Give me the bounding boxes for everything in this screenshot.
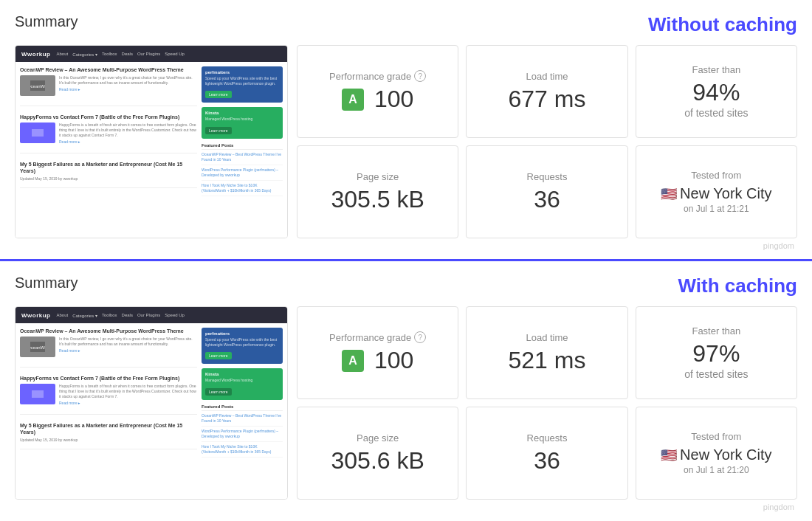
flag-top: 🇺🇸 — [661, 186, 677, 202]
without-caching-section: Summary Without caching Wworkup About Ca… — [0, 0, 812, 261]
mock-site-bottom: Wworkup About Categories ▾ Toolbox Deals… — [16, 307, 287, 499]
mock-nav-links-top: About Categories ▾ Toolbox Deals Our Plu… — [57, 52, 185, 57]
tested-from-date-bottom: on Jul 1 at 21:20 — [684, 465, 749, 475]
mock-nav-top: Wworkup About Categories ▾ Toolbox Deals… — [16, 46, 287, 62]
perf-value-top: 100 — [374, 86, 413, 112]
section-title-bottom: Summary — [15, 275, 78, 291]
mock-sidebar-bottom: perfmatters Speed up your WordPress site… — [202, 328, 283, 460]
section-label-bottom: With caching — [678, 275, 797, 297]
help-icon-perf-top[interactable]: ? — [414, 70, 426, 82]
metric-tested-from-bottom: Tested from 🇺🇸 New York City on Jul 1 at… — [636, 407, 797, 500]
faster-than-value-bottom: 97% — [692, 341, 740, 367]
help-icon-perf-bottom[interactable]: ? — [414, 331, 426, 343]
metrics-grid-top: Performance grade ? A 100 Load time 677 … — [297, 45, 797, 238]
metric-page-size-bottom: Page size 305.6 kB — [297, 407, 458, 500]
screenshot-top: Wworkup About Categories ▾ Toolbox Deals… — [15, 45, 288, 238]
section-header-bottom: Summary With caching — [15, 275, 797, 297]
svg-text:OceanWP.: OceanWP. — [30, 345, 45, 350]
mock-content-bottom: OceanWP Review – An Awesome Multi-Purpos… — [16, 323, 287, 464]
section-title-top: Summary — [15, 13, 78, 30]
content-row-top: Wworkup About Categories ▾ Toolbox Deals… — [15, 45, 797, 238]
metric-performance-grade-top: Performance grade ? A 100 — [297, 45, 458, 138]
mock-post-3-bottom: My 5 Biggest Failures as a Marketer and … — [20, 422, 197, 449]
svg-rect-3 — [32, 129, 44, 137]
perf-value-bottom: 100 — [374, 348, 413, 373]
pingdom-watermark-bottom: pingdom — [15, 500, 797, 513]
mock-sidebar-top: perfmatters Speed up your WordPress site… — [202, 66, 283, 199]
screenshot-bottom: Wworkup About Categories ▾ Toolbox Deals… — [15, 306, 288, 500]
grade-badge-bottom: A — [342, 350, 364, 372]
mock-nav-bottom: Wworkup About Categories ▾ Toolbox Deals… — [16, 307, 287, 323]
mock-post-1-bottom: OceanWP Review – An Awesome Multi-Purpos… — [20, 328, 197, 368]
tested-from-date-top: on Jul 1 at 21:21 — [684, 204, 749, 214]
mock-post-3-top: My 5 Biggest Failures as a Marketer and … — [20, 161, 197, 188]
section-label-top: Without caching — [648, 13, 797, 36]
metric-faster-than-bottom: Faster than 97% of tested sites — [636, 306, 797, 399]
mock-logo-bottom: Wworkup — [21, 312, 51, 319]
pingdom-watermark-top: pingdom — [15, 238, 797, 252]
flag-bottom: 🇺🇸 — [661, 447, 677, 463]
page-size-value-top: 305.5 kB — [331, 187, 424, 213]
requests-value-bottom: 36 — [534, 448, 560, 474]
metric-tested-from-top: Tested from 🇺🇸 New York City on Jul 1 at… — [636, 145, 797, 238]
mock-site-top: Wworkup About Categories ▾ Toolbox Deals… — [16, 46, 287, 238]
mock-nav-links-bottom: About Categories ▾ Toolbox Deals Our Plu… — [57, 313, 185, 318]
mock-posts-bottom: OceanWP Review – An Awesome Multi-Purpos… — [20, 328, 197, 460]
svg-rect-7 — [32, 390, 44, 398]
metric-faster-than-top: Faster than 94% of tested sites — [636, 45, 797, 138]
metric-load-time-bottom: Load time 521 ms — [466, 306, 627, 399]
mock-logo-top: Wworkup — [21, 51, 51, 58]
content-row-bottom: Wworkup About Categories ▾ Toolbox Deals… — [15, 306, 797, 500]
page-size-value-bottom: 305.6 kB — [331, 448, 424, 474]
section-header-top: Summary Without caching — [15, 13, 797, 36]
with-caching-section: Summary With caching Wworkup About Categ… — [0, 261, 812, 520]
metric-performance-grade-bottom: Performance grade ? A 100 — [297, 306, 458, 399]
metric-requests-bottom: Requests 36 — [466, 407, 627, 500]
metric-load-time-top: Load time 677 ms — [466, 45, 627, 138]
requests-value-top: 36 — [534, 187, 560, 213]
mock-post-2-top: HappyForms vs Contact Form 7 (Battle of … — [20, 114, 197, 153]
faster-than-value-top: 94% — [692, 80, 740, 106]
mock-post-1-top: OceanWP Review – An Awesome Multi-Purpos… — [20, 66, 197, 106]
metric-page-size-top: Page size 305.5 kB — [297, 145, 458, 238]
load-time-value-top: 677 ms — [509, 86, 586, 112]
metrics-grid-bottom: Performance grade ? A 100 Load time 521 … — [297, 306, 797, 500]
mock-content-top: OceanWP Review – An Awesome Multi-Purpos… — [16, 62, 287, 203]
mock-posts-top: OceanWP Review – An Awesome Multi-Purpos… — [20, 66, 197, 199]
mock-post-2-bottom: HappyForms vs Contact Form 7 (Battle of … — [20, 375, 197, 415]
grade-badge-top: A — [342, 89, 364, 111]
load-time-value-bottom: 521 ms — [509, 348, 586, 373]
svg-text:OceanWP.: OceanWP. — [30, 84, 45, 89]
metric-requests-top: Requests 36 — [466, 145, 627, 238]
